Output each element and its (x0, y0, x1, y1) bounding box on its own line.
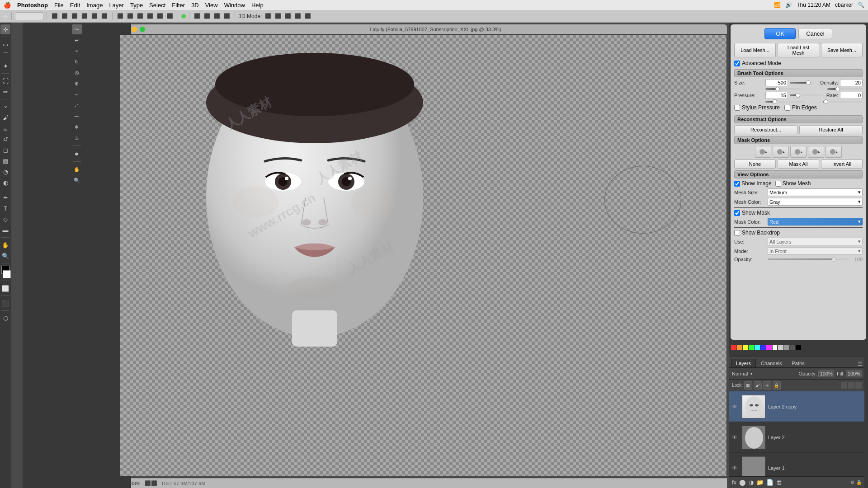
magic-wand-tool[interactable]: ✦ (0, 61, 10, 71)
channel-r-icon[interactable] (841, 382, 847, 389)
gradient-tool[interactable]: ▦ (0, 156, 10, 166)
layer-item-layer1[interactable]: 👁 Layer 1 (729, 453, 864, 476)
show-image-checkbox[interactable] (734, 181, 740, 187)
liquify-smooth-tool[interactable]: ≈ (72, 46, 82, 56)
opacity-value-input[interactable] (818, 370, 834, 377)
liquify-mirror-tool[interactable]: ⇌ (72, 100, 82, 110)
visibility-icon-layer2[interactable]: 👁 (732, 434, 739, 441)
tab-paths[interactable]: Paths (787, 359, 810, 367)
swatch-blue[interactable] (760, 345, 766, 350)
dist-bottom-icon[interactable]: ⬛ (165, 12, 175, 21)
arrange-front-icon[interactable]: ⬛ (193, 12, 202, 21)
menu-window[interactable]: Window (224, 2, 245, 9)
swatch-black[interactable] (796, 345, 801, 350)
menu-layer[interactable]: Layer (109, 2, 124, 9)
liquify-turbulence-tool[interactable]: ⁓ (72, 111, 82, 121)
align-center-v-icon[interactable]: ⬛ (90, 12, 99, 21)
lock-transparent-button[interactable]: ▦ (744, 381, 752, 389)
stylus-pressure-label[interactable]: Stylus Pressure (742, 104, 780, 111)
menu-type[interactable]: Type (130, 2, 143, 9)
swatch-yellow[interactable] (743, 345, 748, 350)
reconstruct-button[interactable]: Reconstruct... (734, 125, 797, 134)
screen-mode-icon[interactable]: ⬛ (0, 298, 10, 308)
rate-input[interactable] (840, 92, 863, 99)
menu-edit[interactable]: Edit (70, 2, 80, 9)
layer-mask-icon[interactable]: ⬤ (739, 479, 746, 486)
swatch-lightgray[interactable] (778, 345, 783, 350)
swatch-white[interactable] (772, 345, 778, 350)
brush-options-header[interactable]: Brush Tool Options (734, 69, 863, 77)
search-icon[interactable]: 🔍 (858, 2, 864, 8)
swatch-medgray[interactable] (784, 345, 789, 350)
fill-value-input[interactable] (846, 370, 862, 377)
tab-channels[interactable]: Channels (756, 359, 787, 367)
liquify-hand-tool[interactable]: ✋ (72, 164, 82, 174)
visibility-icon-layer2copy[interactable]: 👁 (732, 404, 739, 410)
new-layer-icon[interactable]: 📄 (766, 479, 774, 486)
liquify-thaw-tool[interactable]: ♨ (72, 133, 82, 143)
align-center-h-icon[interactable]: ⬛ (60, 12, 69, 21)
dist-top-icon[interactable]: ⬛ (146, 12, 155, 21)
menu-filter[interactable]: Filter (172, 2, 185, 9)
swatch-darkgray[interactable] (790, 345, 795, 350)
hand-tool[interactable]: ✋ (0, 240, 10, 250)
liquify-warp-tool[interactable]: 〜 (72, 24, 82, 34)
dodge-tool[interactable]: ◐ (0, 178, 10, 188)
shape-tool[interactable]: ▬ (0, 225, 10, 235)
spot-heal-tool[interactable]: ⚬ (0, 102, 10, 112)
layer-item-layer2copy[interactable]: 👁 Layer 2 copy (729, 391, 864, 422)
mask-icon-3[interactable]: ▸ (790, 146, 807, 158)
reconstruct-header[interactable]: Reconstruct Options (734, 115, 863, 123)
layer-item-layer2[interactable]: 👁 Layer 2 (729, 422, 864, 453)
arrange-back-icon[interactable]: ⬛ (203, 12, 212, 21)
swatch-orange[interactable] (737, 345, 742, 350)
menu-view[interactable]: View (205, 2, 218, 9)
panel-menu-icon[interactable]: ☰ (858, 361, 863, 367)
canvas-wrapper[interactable]: 人人素材 人人素材 www.rrcg.cn 人人素材 (120, 34, 727, 476)
menu-file[interactable]: File (54, 2, 64, 9)
dist-center-v-icon[interactable]: ⬛ (156, 12, 165, 21)
mask-all-button[interactable]: Mask All (778, 160, 819, 169)
save-mesh-button[interactable]: Save Mesh... (821, 43, 863, 57)
align-bottom-icon[interactable]: ⬛ (100, 12, 109, 21)
align-top-icon[interactable]: ⬛ (80, 12, 89, 21)
liquify-face-tool[interactable]: ☻ (72, 149, 82, 159)
menu-image[interactable]: Image (86, 2, 103, 9)
density-slider-2[interactable] (827, 88, 863, 90)
channel-g-icon[interactable] (848, 382, 854, 389)
mesh-size-dropdown[interactable]: Medium ▾ (768, 188, 863, 196)
eraser-tool[interactable]: ◻ (0, 145, 10, 155)
mask-icon-5[interactable]: ▸ (826, 146, 842, 158)
swatch-red[interactable] (731, 345, 736, 350)
blur-tool[interactable]: ◔ (0, 167, 10, 177)
dist-right-icon[interactable]: ⬛ (136, 12, 145, 21)
mask-icon-2[interactable]: ▸ (773, 146, 789, 158)
adjustment-layer-icon[interactable]: ◑ (749, 479, 754, 486)
pen-tool[interactable]: ✒ (0, 192, 10, 202)
show-mask-label[interactable]: Show Mask (742, 210, 770, 216)
window-minimize-button[interactable] (132, 27, 137, 32)
pin-edges-label[interactable]: Pin Edges (792, 104, 817, 111)
path-tool[interactable]: ◇ (0, 214, 10, 224)
lock-image-button[interactable]: 🖌 (754, 381, 762, 389)
show-backdrop-checkbox[interactable] (734, 230, 740, 236)
menu-select[interactable]: Select (149, 2, 165, 9)
dist-left-icon[interactable]: ⬛ (116, 12, 125, 21)
load-mesh-button[interactable]: Load Mesh... (734, 43, 776, 57)
panel-lock-icon[interactable]: 🔒 (856, 480, 862, 485)
show-image-label[interactable]: Show Image (741, 180, 772, 187)
advanced-mode-checkbox[interactable] (734, 61, 740, 66)
delete-layer-icon[interactable]: 🗑 (776, 479, 782, 486)
ok-button[interactable]: OK (764, 28, 796, 39)
layer-group-icon[interactable]: 📁 (756, 479, 764, 486)
layer-styles-icon[interactable]: fx (732, 479, 736, 486)
pin-edges-checkbox[interactable] (784, 105, 790, 111)
channel-b-icon[interactable] (855, 382, 862, 389)
mesh-color-dropdown[interactable]: Gray ▾ (768, 198, 863, 206)
align-left-icon[interactable]: ⬛ (50, 12, 59, 21)
stamp-tool[interactable]: ⎁ (0, 123, 10, 133)
zoom-tool[interactable]: 🔍 (0, 251, 10, 261)
show-mesh-checkbox[interactable] (775, 181, 781, 187)
3d-roll-icon[interactable]: ⬛ (303, 12, 312, 21)
show-mask-checkbox[interactable] (734, 210, 740, 216)
